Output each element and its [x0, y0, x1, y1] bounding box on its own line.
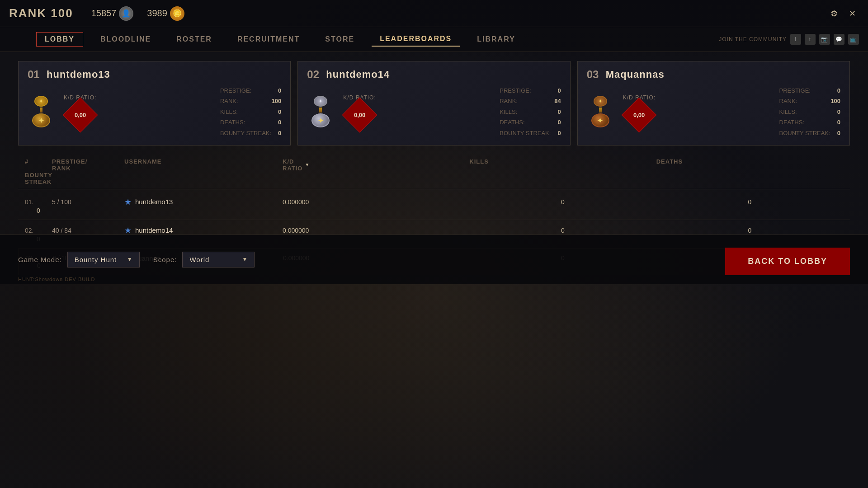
- instagram-icon[interactable]: 📷: [819, 34, 830, 45]
- medal-2-bottom: ✦: [311, 113, 330, 127]
- back-to-lobby-button[interactable]: BACK TO LOBBY: [725, 248, 850, 275]
- nav-lobby[interactable]: LOBBY: [36, 32, 83, 47]
- player-card-2: 02 huntdemo14 ✦ K/D RATIO: 0,00: [297, 61, 570, 145]
- row-2-username-cell: ★ huntdemo14: [124, 225, 283, 235]
- medal-3-bottom: ✦: [591, 113, 609, 127]
- join-community-section: JOIN THE COMMUNITY f t 📷 💬 📺: [719, 34, 859, 45]
- card-3-header: 03 Maquannas: [587, 68, 840, 81]
- nav-bloodline[interactable]: BLOODLINE: [92, 33, 159, 46]
- card-2-kd: K/D RATIO: 0,00: [343, 94, 376, 129]
- facebook-icon[interactable]: f: [790, 34, 801, 45]
- nav-library[interactable]: LIBRARY: [469, 33, 524, 46]
- th-bounty: BOUNTYSTREAK: [25, 172, 52, 185]
- th-kills: KILLS: [469, 158, 656, 172]
- row-1-kills: 0: [469, 198, 656, 206]
- card-3-body: ✦ K/D RATIO: 0,00 PRESTIGE:0 RANK:100 KI…: [587, 85, 840, 138]
- th-kd[interactable]: K/DRATIO ▼: [283, 158, 469, 172]
- c1-bounty-val: 0: [278, 128, 281, 138]
- c1-deaths-label: DEATHS:: [220, 117, 245, 127]
- scope-value: World: [189, 256, 237, 263]
- row-1-username: huntdemo13: [135, 198, 173, 206]
- scope-dropdown[interactable]: World ▼: [182, 252, 255, 267]
- c1-kills-val: 0: [278, 107, 281, 117]
- th-num: #: [25, 158, 52, 172]
- c1-deaths-val: 0: [278, 117, 281, 127]
- medal-3-ribbon: [599, 108, 602, 113]
- scope-arrow: ▼: [242, 256, 248, 263]
- c1-bounty-label: BOUNTY STREAK:: [220, 128, 271, 138]
- star-icon-1: ★: [124, 197, 132, 207]
- card-3-medal: ✦: [587, 96, 614, 127]
- card-3-kd-value: 0,00: [633, 112, 645, 118]
- card-2-body: ✦ K/D RATIO: 0,00 PRESTIGE:0 RANK:84 KIL…: [307, 85, 561, 138]
- row-2-deaths: 0: [656, 227, 843, 234]
- join-community-label: JOIN THE COMMUNITY: [719, 36, 787, 42]
- table-header: # PRESTIGE/RANK USERNAME K/DRATIO ▼ KILL…: [18, 155, 850, 189]
- player-card-3: 03 Maquannas ✦ K/D RATIO: 0,00: [577, 61, 850, 145]
- c1-prestige-val: 0: [278, 85, 281, 96]
- card-1-kd-diamond: 0,00: [62, 98, 98, 133]
- th-prestige-rank: PRESTIGE/RANK: [52, 158, 124, 172]
- c1-rank-label: RANK:: [220, 96, 238, 106]
- card-3-username: Maquannas: [606, 69, 665, 80]
- rank-label: RANK 100: [9, 6, 73, 20]
- bottom-bar: Game Mode: Bounty Hunt ▼ Scope: World ▼ …: [0, 235, 868, 284]
- twitter-icon[interactable]: t: [805, 34, 816, 45]
- row-1-rank: 5 / 100: [52, 198, 124, 206]
- row-2-kills: 0: [469, 227, 656, 234]
- medal-1-ribbon: [40, 108, 42, 113]
- top-bar: RANK 100 15857 👤 3989 🪙 ⚙ ✕: [0, 0, 868, 27]
- table-row[interactable]: 01. 5 / 100 ★ huntdemo13 0.000000 0 0 0: [18, 192, 850, 220]
- row-2-username: huntdemo14: [135, 226, 173, 234]
- game-mode-label: Game Mode:: [18, 256, 62, 263]
- sort-arrow: ▼: [305, 162, 310, 167]
- close-icon[interactable]: ✕: [845, 7, 859, 20]
- top3-row: 01 huntdemo13 ✦ K/D RATIO: 0,00: [18, 61, 850, 145]
- currency-gold-value: 3989: [147, 8, 167, 19]
- row-1-deaths: 0: [656, 198, 843, 206]
- c1-kills-label: KILLS:: [220, 107, 238, 117]
- nav-store[interactable]: STORE: [317, 33, 363, 46]
- row-2-num: 02.: [25, 227, 52, 234]
- currency-silver: 15857 👤: [91, 6, 134, 21]
- nav-recruitment[interactable]: RECRUITMENT: [229, 33, 308, 46]
- game-mode-section: Game Mode: Bounty Hunt ▼: [18, 252, 140, 267]
- discord-icon[interactable]: 💬: [834, 34, 844, 45]
- game-mode-value: Bounty Hunt: [75, 256, 123, 263]
- game-mode-dropdown[interactable]: Bounty Hunt ▼: [67, 252, 140, 267]
- card-2-kd-diamond: 0,00: [342, 98, 377, 133]
- card-1-stats: PRESTIGE:0 RANK:100 KILLS:0 DEATHS:0 BOU…: [220, 85, 281, 138]
- nav-roster[interactable]: ROSTER: [168, 33, 220, 46]
- row-1-num: 01.: [25, 198, 52, 206]
- currency-gold: 3989 🪙: [147, 6, 184, 21]
- card-1-rank-num: 01: [28, 68, 41, 81]
- card-1-kd-value: 0,00: [75, 112, 86, 118]
- nav-leaderboards[interactable]: LEADERBOARDS: [372, 32, 460, 47]
- th-username: USERNAME: [124, 158, 283, 172]
- medal-2-ribbon: [319, 108, 322, 113]
- top-right-icons: ⚙ ✕: [827, 7, 859, 20]
- card-2-rank-num: 02: [307, 68, 321, 81]
- card-1-medal: ✦: [28, 96, 55, 127]
- row-2-rank: 40 / 84: [52, 227, 124, 234]
- card-1-username: huntdemo13: [47, 69, 110, 80]
- card-2-stats: PRESTIGE:0 RANK:84 KILLS:0 DEATHS:0 BOUN…: [500, 85, 561, 138]
- game-mode-arrow: ▼: [127, 256, 132, 263]
- c1-rank-val: 100: [272, 96, 282, 106]
- settings-icon[interactable]: ⚙: [827, 7, 841, 20]
- card-3-rank-num: 03: [587, 68, 600, 81]
- card-2-username: huntdemo14: [326, 69, 390, 80]
- row-1-kd: 0.000000: [283, 198, 469, 206]
- c1-prestige-label: PRESTIGE:: [220, 85, 251, 96]
- scope-section: Scope: World ▼: [153, 252, 255, 267]
- row-2-kd: 0.000000: [283, 227, 469, 234]
- dev-build-label: HUNT:Showdown DEV-BUILD: [18, 277, 95, 282]
- row-1-username-cell: ★ huntdemo13: [124, 197, 283, 207]
- card-1-kd: K/D RATIO: 0,00: [64, 94, 96, 129]
- twitch-icon[interactable]: 📺: [848, 34, 859, 45]
- card-2-medal: ✦: [307, 96, 334, 127]
- card-1-header: 01 huntdemo13: [28, 68, 281, 81]
- gold-icon: 🪙: [170, 6, 184, 21]
- card-1-body: ✦ K/D RATIO: 0,00 PRESTIGE:0 RANK:100 KI…: [28, 85, 281, 138]
- medal-1-top: [34, 96, 48, 107]
